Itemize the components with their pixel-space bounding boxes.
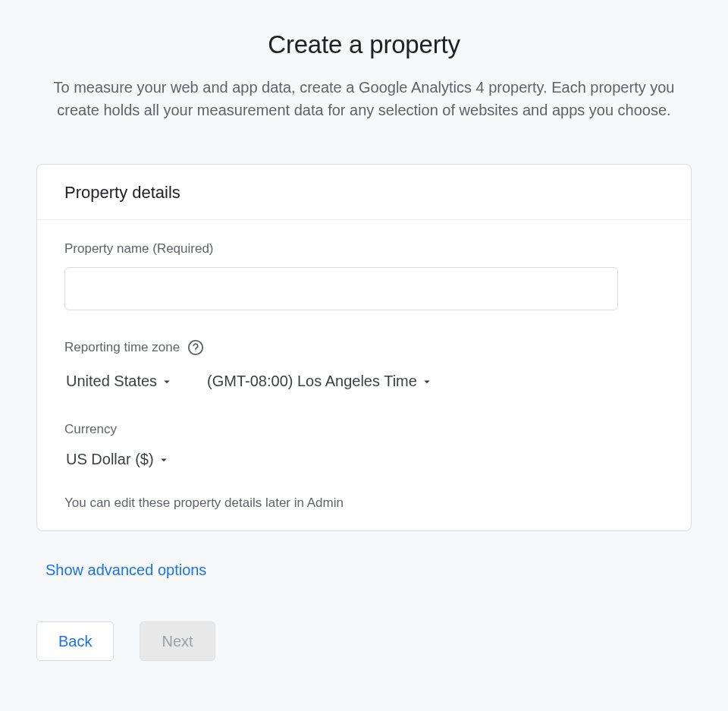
timezone-country-value: United States (66, 373, 157, 390)
chevron-down-icon (157, 453, 171, 467)
currency-dropdown-row: US Dollar ($) (64, 448, 664, 471)
page-subtitle: To measure your web and app data, create… (36, 76, 692, 121)
property-details-card: Property details Property name (Required… (36, 164, 692, 531)
svg-point-0 (189, 341, 202, 354)
chevron-down-icon (420, 375, 434, 389)
hint-text: You can edit these property details late… (64, 495, 664, 511)
timezone-country-dropdown[interactable]: United States (64, 370, 175, 393)
timezone-dropdown-row: United States (GMT-08:00) Los Angeles Ti… (64, 370, 664, 393)
card-body: Property name (Required) Reporting time … (37, 220, 691, 530)
card-title: Property details (64, 183, 664, 203)
button-row: Back Next (36, 621, 692, 661)
currency-label: Currency (64, 422, 664, 437)
property-name-label: Property name (Required) (64, 241, 664, 256)
timezone-value: (GMT-08:00) Los Angeles Time (207, 373, 417, 390)
show-advanced-options-link[interactable]: Show advanced options (46, 562, 206, 579)
card-header: Property details (37, 165, 691, 220)
timezone-label: Reporting time zone (64, 339, 664, 356)
svg-point-1 (196, 351, 196, 351)
page-header: Create a property To measure your web an… (36, 30, 692, 121)
help-icon[interactable] (187, 339, 204, 356)
property-name-input[interactable] (64, 267, 618, 310)
timezone-value-dropdown[interactable]: (GMT-08:00) Los Angeles Time (206, 370, 435, 393)
page-title: Create a property (36, 30, 692, 59)
timezone-label-text: Reporting time zone (64, 340, 180, 355)
timezone-field: Reporting time zone United States (64, 339, 664, 393)
property-name-field: Property name (Required) (64, 241, 664, 310)
chevron-down-icon (160, 375, 174, 389)
currency-value: US Dollar ($) (66, 451, 154, 468)
next-button[interactable]: Next (140, 621, 215, 661)
currency-field: Currency US Dollar ($) (64, 422, 664, 471)
back-button[interactable]: Back (36, 621, 114, 661)
currency-dropdown[interactable]: US Dollar ($) (64, 448, 172, 471)
